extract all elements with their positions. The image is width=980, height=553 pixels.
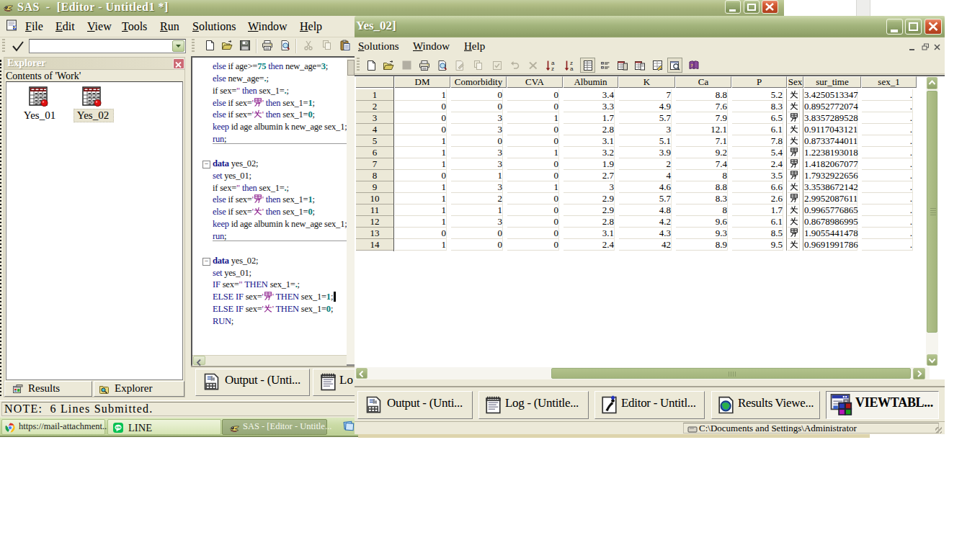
svg-text:z: z bbox=[551, 66, 554, 71]
svg-text:a: a bbox=[570, 66, 574, 71]
svg-text:?: ? bbox=[690, 63, 693, 68]
